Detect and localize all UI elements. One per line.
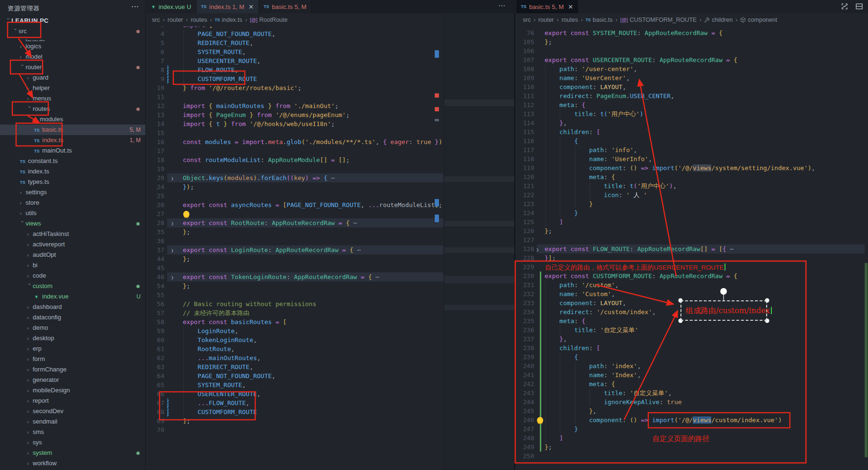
sidebar-item-learun-pc[interactable]: ›LEARUN PC <box>0 16 145 26</box>
code-line-248[interactable]: 248 ] <box>516 434 865 443</box>
editor-middle[interactable]: 3import {4 PAGE_NOT_FOUND_ROUTE,5 REDIRE… <box>146 27 443 470</box>
breadcrumb-item-router[interactable]: router <box>168 17 183 23</box>
code-line-108[interactable]: 108 path: '/user-center', <box>516 64 865 73</box>
sidebar-item-settings[interactable]: ›settings <box>0 187 145 198</box>
sidebar-item-views[interactable]: ›views <box>0 218 145 229</box>
sidebar-item-desktop[interactable]: ›desktop <box>0 333 145 343</box>
lightbulb-icon[interactable] <box>183 211 189 217</box>
fold-chevron-icon[interactable]: ❯ <box>171 273 174 282</box>
sidebar-item-report[interactable]: ›report <box>0 396 145 406</box>
code-line-228[interactable]: 228}]; <box>516 253 865 262</box>
sidebar-item-menus[interactable]: ›menus <box>0 93 145 104</box>
code-line-119[interactable]: 119 component: () => import('/@/views/sy… <box>516 163 865 172</box>
sidebar-item-index-vue[interactable]: ▼index.vueU <box>0 291 145 302</box>
code-line-243[interactable]: 243 title: '自定义菜单', <box>516 389 865 398</box>
code-line-12[interactable]: 12import { mainOutRoutes } from './mainO… <box>146 101 443 110</box>
code-line-128[interactable]: 128❯export const FLOW_ROUTE: AppRouteRec… <box>516 244 865 253</box>
code-line-44[interactable]: 44}; <box>146 254 443 263</box>
breadcrumb-item-RootRoute[interactable]: [@]RootRoute <box>250 17 287 23</box>
annotation-textbox[interactable]: 组成路由/custom/index <box>680 300 767 321</box>
code-line-24[interactable]: 24}); <box>146 182 443 191</box>
code-line-250[interactable]: 250 <box>516 452 865 461</box>
code-line-240[interactable]: 240 path: 'index', <box>516 362 865 371</box>
tab-basic-ts[interactable]: TSbasic.ts 5, M✕ <box>516 0 578 13</box>
fold-chevron-icon[interactable]: ❯ <box>536 245 539 254</box>
code-line-230[interactable]: 230export const CUSTOMFORM_ROUTE: AppRou… <box>516 271 865 280</box>
code-line-7[interactable]: 7 USERCENTER_ROUTE, <box>146 56 443 65</box>
code-line-58[interactable]: 58export const basicRoutes = [ <box>146 317 443 326</box>
tab-index-vue[interactable]: ▼index.vue U <box>146 0 197 13</box>
sidebar-item-formchange[interactable]: ›formChange <box>0 364 145 375</box>
code-line-127[interactable]: 127 <box>516 235 865 244</box>
code-line-62[interactable]: 62 ...mainOutRoutes, <box>146 353 443 362</box>
sidebar-item-dashboard[interactable]: ›dashboard <box>0 302 145 312</box>
sidebar-item-constant-ts[interactable]: TSconstant.ts <box>0 156 145 166</box>
minimap-strip[interactable] <box>444 13 515 470</box>
sidebar-item-acthitaskinst[interactable]: ›actHiTaskinst <box>0 229 145 239</box>
code-line-67[interactable]: 67 ...FLOW_ROUTE, <box>146 398 443 407</box>
sidebar-item-router[interactable]: ›router <box>0 62 145 72</box>
sidebar-item-helper[interactable]: ›helper <box>0 83 145 93</box>
code-line-59[interactable]: 59 LoginRoute, <box>146 326 443 335</box>
code-line-112[interactable]: 112 meta: { <box>516 100 865 109</box>
sidebar-item-sys[interactable]: ›sys <box>0 437 145 448</box>
sidebar-item-dataconfig[interactable]: ›dataconfig <box>0 312 145 323</box>
code-line-113[interactable]: 113 title: t('用户中心') <box>516 109 865 118</box>
code-line-26[interactable]: 26export const asyncRoutes = [PAGE_NOT_F… <box>146 200 443 209</box>
code-line-110[interactable]: 110 component: LAYOUT, <box>516 82 865 91</box>
code-line-121[interactable]: 121 title: t('用户中心'), <box>516 181 865 190</box>
breadcrumb-item-src[interactable]: src <box>152 17 160 23</box>
sidebar-item-types-ts[interactable]: TStypes.ts <box>0 177 145 187</box>
code-line-105[interactable]: 105}; <box>516 37 865 46</box>
sidebar-item-erp[interactable]: ›erp <box>0 343 145 354</box>
split-editor-swap-icon[interactable] <box>841 2 849 10</box>
code-line-57[interactable]: 57// 未经许可的基本路由 <box>146 308 443 317</box>
code-line-107[interactable]: 107export const USERCENTER_ROUTE: AppRou… <box>516 55 865 64</box>
code-line-14[interactable]: 14import { t } from '/@/hooks/web/useI18… <box>146 119 443 128</box>
code-line-247[interactable]: 247 } <box>516 425 865 434</box>
sidebar-item-sms[interactable]: ›sms <box>0 427 145 437</box>
code-line-27[interactable]: 27 <box>146 209 443 218</box>
breadcrumb-item-routes[interactable]: routes <box>562 17 578 23</box>
code-line-36[interactable]: 36 <box>146 236 443 245</box>
sidebar-item-mainout-ts[interactable]: TSmainOut.ts <box>0 145 145 156</box>
code-line-70[interactable]: 70 <box>146 425 443 434</box>
sidebar-item-logics[interactable]: ›logics <box>0 41 145 52</box>
code-line-229[interactable]: 229 <box>516 262 865 271</box>
sidebar-item-mobiledesign[interactable]: ›mobileDesign <box>0 385 145 396</box>
code-line-37[interactable]: 37❯export const LoginRoute: AppRouteReco… <box>146 245 443 254</box>
code-line-232[interactable]: 232 name: 'Custom', <box>516 289 865 298</box>
sidebar-item-layouts[interactable]: ›layouts <box>0 36 145 41</box>
fold-chevron-icon[interactable]: ❯ <box>171 174 174 183</box>
code-line-20[interactable]: 20❯Object.keys(modules).forEach((key) =>… <box>146 173 443 182</box>
code-line-125[interactable]: 125 ] <box>516 217 865 226</box>
code-line-238[interactable]: 238 children: [ <box>516 343 865 352</box>
code-line-239[interactable]: 239 { <box>516 352 865 362</box>
split-editor-icon[interactable] <box>855 2 863 10</box>
sidebar-item-index-ts[interactable]: TSindex.ts <box>0 166 145 177</box>
code-line-69[interactable]: 69]; <box>146 416 443 425</box>
code-line-242[interactable]: 242 meta: { <box>516 380 865 389</box>
sidebar-item-basic-ts[interactable]: TSbasic.ts5, M <box>0 125 145 135</box>
code-line-237[interactable]: 237 }, <box>516 334 865 343</box>
code-line-63[interactable]: 63 REDIRECT_ROUTE, <box>146 362 443 371</box>
code-line-249[interactable]: 249}; <box>516 443 865 452</box>
code-line-19[interactable]: 19 <box>146 164 443 173</box>
breadcrumb-item-children[interactable]: children <box>704 17 733 23</box>
breadcrumb-item-index-ts[interactable]: TSindex.ts <box>215 17 242 23</box>
close-icon[interactable]: ✕ <box>568 3 573 10</box>
code-line-244[interactable]: 244 ignoreKeepAlive: true <box>516 398 865 407</box>
code-line-60[interactable]: 60 TokenLoginRoute, <box>146 335 443 344</box>
code-line-10[interactable]: 10} from '/@/router/routes/basic'; <box>146 83 443 92</box>
code-line-18[interactable]: 18const routeModuleList: AppRouteModule[… <box>146 155 443 164</box>
editor-right[interactable]: 76export const SYSTEM_ROUTE: AppRouteRec… <box>516 27 865 470</box>
code-line-109[interactable]: 109 name: 'UserCenter', <box>516 73 865 82</box>
explorer-more-icon[interactable]: ⋯ <box>131 2 139 11</box>
code-line-13[interactable]: 13import { PageEnum } from '/@/enums/pag… <box>146 110 443 119</box>
sidebar-item-modules[interactable]: ›modules <box>0 114 145 125</box>
code-line-45[interactable]: 45 <box>146 263 443 272</box>
close-icon[interactable]: ✕ <box>249 3 254 10</box>
code-line-9[interactable]: 9 CUSTOMFORM_ROUTE <box>146 74 443 83</box>
sidebar-item-workflow[interactable]: ›workflow <box>0 458 145 469</box>
code-line-114[interactable]: 114 }, <box>516 118 865 127</box>
